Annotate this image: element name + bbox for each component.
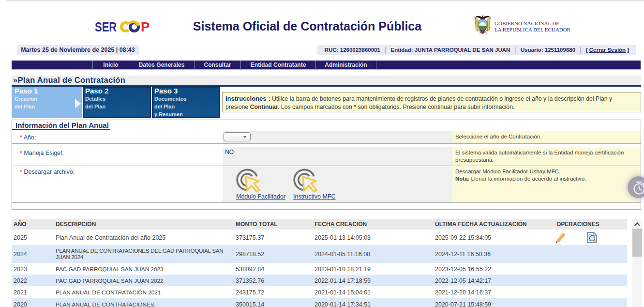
svg-text:SER: SER xyxy=(95,19,117,34)
svg-text:P: P xyxy=(141,19,150,34)
